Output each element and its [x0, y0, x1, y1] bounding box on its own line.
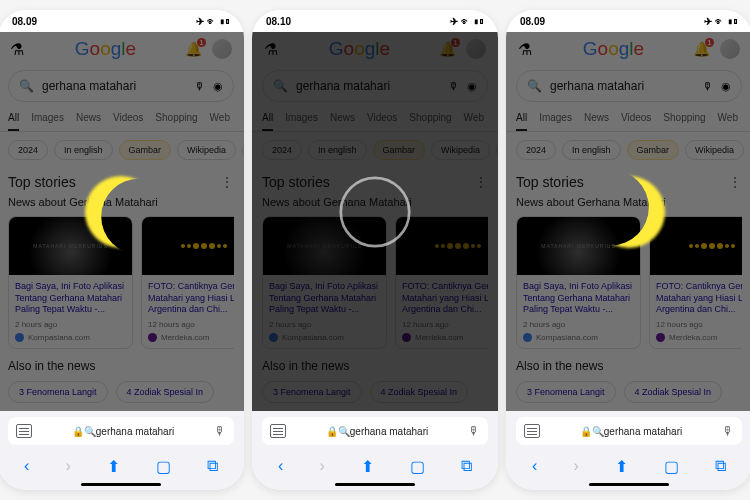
tab-videos[interactable]: Videos [113, 112, 143, 131]
also-chip[interactable]: 4 Zodiak Spesial In [370, 381, 469, 403]
labs-icon[interactable]: ⚗ [10, 40, 26, 59]
search-bar[interactable]: 🔍gerhana matahari🎙◉ [8, 70, 234, 102]
tab-news[interactable]: News [330, 112, 355, 131]
google-logo[interactable]: Google [329, 38, 390, 60]
bookmarks-button[interactable]: ▢ [156, 457, 171, 476]
mic-icon[interactable]: 🎙 [722, 424, 734, 438]
more-icon[interactable]: ⋮ [220, 174, 234, 190]
more-icon[interactable]: ⋮ [474, 174, 488, 190]
also-chip[interactable]: 3 Fenomena Langit [8, 381, 108, 403]
tab-images[interactable]: Images [285, 112, 318, 131]
news-card[interactable]: MATAHARI MERKURIUSBagi Saya, Ini Foto Ap… [516, 216, 641, 349]
search-bar[interactable]: 🔍gerhana matahari🎙◉ [262, 70, 488, 102]
chip[interactable]: Wikipedia [431, 140, 490, 160]
share-button[interactable]: ⬆ [615, 457, 628, 476]
tab-news[interactable]: News [76, 112, 101, 131]
mic-icon[interactable]: 🎙 [468, 424, 480, 438]
chip[interactable]: In english [562, 140, 621, 160]
avatar[interactable] [466, 39, 486, 59]
mic-icon[interactable]: 🎙 [214, 424, 226, 438]
avatar[interactable] [212, 39, 232, 59]
reader-icon[interactable] [270, 424, 286, 438]
card-time: 2 hours ago [269, 320, 380, 329]
lens-icon[interactable]: ◉ [721, 80, 731, 93]
bookmarks-button[interactable]: ▢ [410, 457, 425, 476]
forward-button[interactable]: › [65, 457, 70, 475]
reader-icon[interactable] [16, 424, 32, 438]
share-button[interactable]: ⬆ [107, 457, 120, 476]
tab-videos[interactable]: Videos [367, 112, 397, 131]
chip[interactable]: Gambar [373, 140, 426, 160]
forward-button[interactable]: › [319, 457, 324, 475]
search-query: gerhana matahari [550, 79, 694, 93]
bell-icon[interactable]: 🔔1 [185, 41, 202, 57]
url-text: 🔒🔍gerhana matahari [292, 426, 462, 437]
home-indicator[interactable] [81, 483, 161, 486]
google-logo[interactable]: Google [75, 38, 136, 60]
google-logo[interactable]: Google [583, 38, 644, 60]
url-bar[interactable]: 🔒🔍gerhana matahari🎙 [8, 417, 234, 445]
chip[interactable]: Pdf [242, 140, 244, 160]
mic-icon[interactable]: 🎙 [194, 80, 205, 92]
chip[interactable]: Gambar [627, 140, 680, 160]
url-bar[interactable]: 🔒🔍gerhana matahari🎙 [516, 417, 742, 445]
tabs-button[interactable]: ⧉ [715, 457, 726, 475]
also-chip[interactable]: 4 Zodiak Spesial In [624, 381, 723, 403]
bell-icon[interactable]: 🔔1 [439, 41, 456, 57]
search-bar[interactable]: 🔍gerhana matahari🎙◉ [516, 70, 742, 102]
tab-videos[interactable]: Videos [621, 112, 651, 131]
reader-icon[interactable] [524, 424, 540, 438]
tab-shopping[interactable]: Shopping [663, 112, 705, 131]
news-card[interactable]: FOTO: Cantiknya Gerhana Matahari yang Hi… [395, 216, 488, 349]
chip[interactable]: In english [308, 140, 367, 160]
source-icon [15, 333, 24, 342]
tab-all[interactable]: All [262, 112, 273, 131]
lens-icon[interactable]: ◉ [467, 80, 477, 93]
labs-icon[interactable]: ⚗ [264, 40, 280, 59]
tab-images[interactable]: Images [539, 112, 572, 131]
also-chip[interactable]: 4 Zodiak Spesial In [116, 381, 215, 403]
chip[interactable]: 2024 [262, 140, 302, 160]
labs-icon[interactable]: ⚗ [518, 40, 534, 59]
more-icon[interactable]: ⋮ [728, 174, 742, 190]
mic-icon[interactable]: 🎙 [448, 80, 459, 92]
news-card[interactable]: MATAHARI MERKURIUSBagi Saya, Ini Foto Ap… [8, 216, 133, 349]
search-query: gerhana matahari [296, 79, 440, 93]
news-card[interactable]: FOTO: Cantiknya Gerhana Matahari yang Hi… [649, 216, 742, 349]
bell-icon[interactable]: 🔔1 [693, 41, 710, 57]
tabs-button[interactable]: ⧉ [461, 457, 472, 475]
tabs-button[interactable]: ⧉ [207, 457, 218, 475]
lens-icon[interactable]: ◉ [213, 80, 223, 93]
chip[interactable]: Pdf [496, 140, 498, 160]
back-button[interactable]: ‹ [24, 457, 29, 475]
tab-images[interactable]: Images [31, 112, 64, 131]
avatar[interactable] [720, 39, 740, 59]
bookmarks-button[interactable]: ▢ [664, 457, 679, 476]
chip[interactable]: 2024 [8, 140, 48, 160]
also-chip[interactable]: 3 Fenomena Langit [262, 381, 362, 403]
tab-news[interactable]: News [584, 112, 609, 131]
tab-all[interactable]: All [8, 112, 19, 131]
news-card[interactable]: MATAHARI MERKURIUSBagi Saya, Ini Foto Ap… [262, 216, 387, 349]
tab-shopping[interactable]: Shopping [155, 112, 197, 131]
tab-web[interactable]: Web [718, 112, 738, 131]
back-button[interactable]: ‹ [278, 457, 283, 475]
tab-web[interactable]: Web [210, 112, 230, 131]
chip[interactable]: In english [54, 140, 113, 160]
share-button[interactable]: ⬆ [361, 457, 374, 476]
chip[interactable]: Wikipedia [177, 140, 236, 160]
home-indicator[interactable] [335, 483, 415, 486]
mic-icon[interactable]: 🎙 [702, 80, 713, 92]
tab-shopping[interactable]: Shopping [409, 112, 451, 131]
tab-web[interactable]: Web [464, 112, 484, 131]
home-indicator[interactable] [589, 483, 669, 486]
chip[interactable]: 2024 [516, 140, 556, 160]
chip[interactable]: Wikipedia [685, 140, 744, 160]
tab-all[interactable]: All [516, 112, 527, 131]
also-chip[interactable]: 3 Fenomena Langit [516, 381, 616, 403]
chip[interactable]: Gambar [119, 140, 172, 160]
news-card[interactable]: FOTO: Cantiknya Gerhana Matahari yang Hi… [141, 216, 234, 349]
url-bar[interactable]: 🔒🔍gerhana matahari🎙 [262, 417, 488, 445]
back-button[interactable]: ‹ [532, 457, 537, 475]
forward-button[interactable]: › [573, 457, 578, 475]
